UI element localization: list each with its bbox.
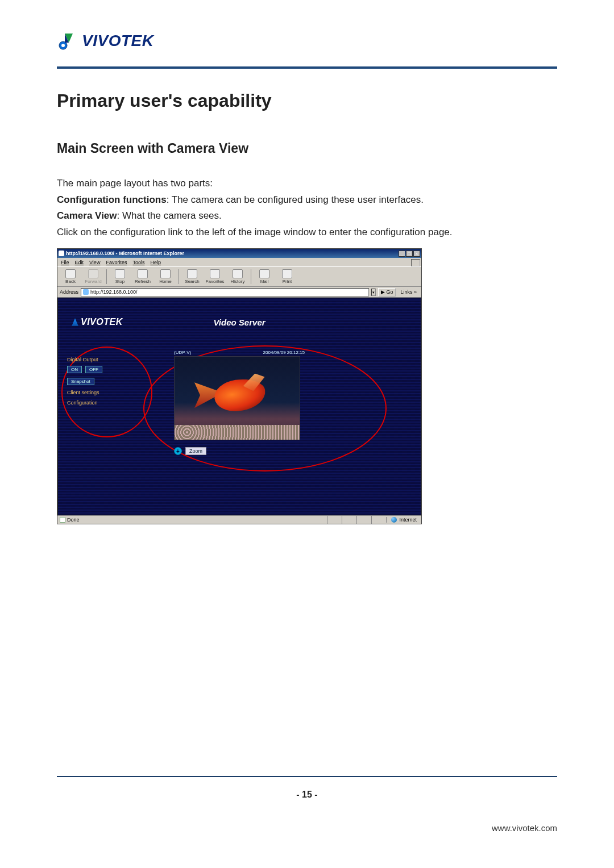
page-viewport: VIVOTEK Video Server Digital Output ON O… — [58, 298, 421, 515]
page-heading: Primary user's capability — [57, 90, 557, 111]
footer-rule — [57, 776, 557, 777]
footer-url: www.vivotek.com — [492, 823, 557, 833]
status-cell — [356, 516, 371, 524]
refresh-button[interactable]: Refresh — [132, 269, 154, 284]
zoom-label: Zoom — [185, 447, 206, 455]
menu-tools[interactable]: Tools — [132, 260, 144, 265]
digital-output-on-button[interactable]: ON — [67, 366, 82, 373]
go-button[interactable]: ▶Go — [378, 288, 396, 297]
print-button[interactable]: Print — [276, 269, 298, 284]
history-button[interactable]: History — [227, 269, 248, 284]
video-protocol: (UDP-V) — [174, 350, 191, 355]
address-dropdown-icon[interactable]: ▾ — [371, 289, 376, 296]
embedded-screenshot: http://192.168.0.100/ - Microsoft Intern… — [57, 248, 422, 524]
brand-name: VIVOTEK — [82, 32, 154, 50]
config-sidebar: Digital Output ON OFF Snapshot Client se… — [67, 357, 135, 406]
camera-view-line: Camera View: What the camera sees. — [57, 208, 557, 224]
favorites-button[interactable]: Favorites — [204, 269, 226, 284]
address-label: Address — [60, 289, 78, 295]
done-icon — [60, 517, 65, 523]
window-titlebar: http://192.168.0.100/ - Microsoft Intern… — [57, 249, 421, 258]
toolbar: Back Forward Stop Refresh Home Search Fa… — [57, 266, 421, 287]
brand-logo: VIVOTEK — [57, 31, 557, 51]
status-cell — [371, 516, 386, 524]
menu-edit[interactable]: Edit — [75, 260, 84, 265]
forward-button[interactable]: Forward — [82, 269, 104, 284]
address-input[interactable]: http://192.168.0.100/ — [81, 288, 369, 297]
page-number: - 15 - — [0, 790, 614, 800]
menu-view[interactable]: View — [89, 260, 100, 265]
client-settings-link[interactable]: Client settings — [67, 390, 135, 395]
zoom-in-button[interactable]: + — [174, 447, 182, 455]
ie-throbber-icon — [411, 259, 420, 266]
menu-favorites[interactable]: Favorites — [106, 260, 127, 265]
config-functions-label: Configuration functions — [57, 194, 167, 205]
header-rule — [57, 66, 557, 69]
digital-output-label: Digital Output — [67, 357, 135, 362]
menu-help[interactable]: Help — [150, 260, 161, 265]
digital-output-off-button[interactable]: OFF — [85, 366, 102, 373]
internet-zone-icon — [391, 517, 397, 523]
snapshot-button[interactable]: Snapshot — [67, 378, 94, 385]
status-cell — [342, 516, 356, 524]
address-value: http://192.168.0.100/ — [90, 289, 138, 295]
vivotek-mark-icon — [57, 31, 76, 51]
ie-page-icon — [59, 251, 64, 256]
section-heading: Main Screen with Camera View — [57, 141, 557, 156]
video-timestamp: 2004/09/09 20:12:15 — [263, 350, 305, 355]
search-button[interactable]: Search — [181, 269, 203, 284]
page-icon — [83, 289, 89, 295]
mail-button[interactable]: Mail — [254, 269, 275, 284]
menu-bar: File Edit View Favorites Tools Help — [57, 258, 421, 266]
configuration-link[interactable]: Configuration — [67, 400, 135, 406]
aquarium-gravel — [175, 425, 300, 440]
status-bar: Done Internet — [57, 515, 421, 524]
camera-view-label: Camera View — [57, 210, 117, 221]
status-cell — [327, 516, 342, 524]
address-bar: Address http://192.168.0.100/ ▾ ▶Go Link… — [57, 287, 421, 298]
status-text: Done — [67, 517, 80, 523]
home-button[interactable]: Home — [155, 269, 176, 284]
config-line: Configuration functions: The camera can … — [57, 192, 557, 208]
security-zone: Internet — [386, 517, 421, 523]
window-title: http://192.168.0.100/ - Microsoft Intern… — [66, 251, 184, 256]
stop-button[interactable]: Stop — [109, 269, 131, 284]
intro-line: The main page layout has two parts: — [57, 176, 557, 192]
camera-view-area: (UDP-V) 2004/09/09 20:12:15 + Zoom — [174, 350, 305, 455]
maximize-button[interactable]: □ — [406, 251, 413, 257]
menu-file[interactable]: File — [61, 260, 69, 265]
instruction-line: Click on the configuration link to the l… — [57, 224, 557, 241]
zone-label: Internet — [399, 517, 417, 523]
close-button[interactable]: × — [413, 251, 420, 257]
video-frame — [174, 356, 300, 440]
back-button[interactable]: Back — [60, 269, 81, 284]
links-button[interactable]: Links » — [398, 289, 419, 295]
minimize-button[interactable]: _ — [399, 251, 405, 257]
page-header: VIVOTEK Video Server — [58, 310, 421, 334]
svg-point-1 — [61, 44, 65, 47]
page-title: Video Server — [58, 318, 421, 327]
